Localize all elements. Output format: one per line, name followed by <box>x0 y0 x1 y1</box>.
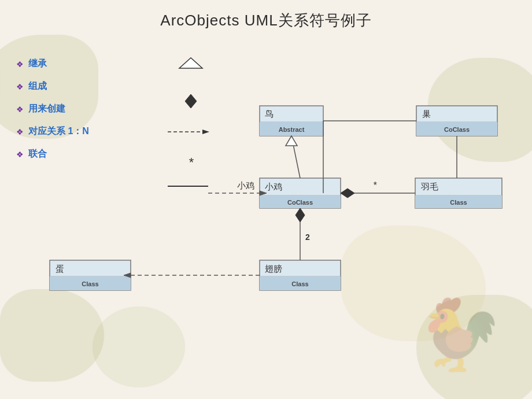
wing-box-stereotype-bg <box>260 276 341 290</box>
nest-box-stereotype: CoClass <box>444 126 470 133</box>
legend-item-inherit: ❖ 继承 <box>16 58 89 70</box>
bird-box-name: 鸟 <box>265 109 274 119</box>
page-title: ArcObjects UML关系符号例子 <box>0 0 532 31</box>
chick-wing-diamond <box>295 208 305 222</box>
inherit-symbol <box>179 58 202 68</box>
legend-item-compose: ❖ 组成 <box>16 80 89 93</box>
chick-box-stereotype: CoClass <box>287 199 313 206</box>
bullet-union: ❖ <box>16 150 24 159</box>
feather-multiplicity: * <box>373 180 377 190</box>
legend-label-creates: 用来创建 <box>28 103 65 115</box>
egg-box-rect <box>50 260 131 290</box>
creates-chick-arrow <box>260 191 267 195</box>
wing-box-rect <box>260 260 341 290</box>
chick-box-stereotype-bg <box>260 195 341 208</box>
wing-box-name: 翅膀 <box>265 264 282 274</box>
bullet-compose: ❖ <box>16 82 24 91</box>
chick-box-rect <box>260 178 341 208</box>
legend-item-relation: ❖ 对应关系 1：N <box>16 125 89 138</box>
nest-box-name: 巢 <box>422 109 431 119</box>
egg-box-stereotype: Class <box>82 280 98 287</box>
compose-symbol <box>185 94 197 108</box>
inherit-connector <box>291 136 300 178</box>
feather-box-name: 羽毛 <box>420 182 438 191</box>
inherit-arrowhead <box>286 136 297 146</box>
feather-box-stereotype-bg <box>415 195 502 208</box>
bullet-creates: ❖ <box>16 105 24 114</box>
legend-label-relation: 对应关系 1：N <box>28 125 89 138</box>
wing-box-stereotype: Class <box>291 280 308 287</box>
legend-label-compose: 组成 <box>28 80 47 93</box>
nest-box-rect <box>416 106 497 136</box>
feather-box-stereotype: Class <box>450 199 467 206</box>
compose-diamond <box>341 189 354 198</box>
chick-label-left: 小鸡 <box>237 180 254 190</box>
legend-label-inherit: 继承 <box>28 58 47 70</box>
star-symbol: * <box>189 155 194 169</box>
wing-egg-arrow <box>124 273 131 278</box>
rooster-decoration: 🐓 <box>416 294 503 376</box>
wing-multiplicity: 2 <box>305 232 310 242</box>
bullet-inherit: ❖ <box>16 60 24 69</box>
egg-box-stereotype-bg <box>50 276 131 290</box>
legend-label-union: 联合 <box>28 148 47 160</box>
bird-box-rect <box>260 106 323 136</box>
chick-box-name: 小鸡 <box>265 182 282 191</box>
bird-box-stereotype-bg <box>260 122 323 136</box>
nest-box-stereotype-bg <box>416 122 497 136</box>
creates-arrow-symbol <box>202 130 209 134</box>
egg-box-name: 蛋 <box>56 264 64 274</box>
bullet-relation: ❖ <box>16 127 24 136</box>
legend: ❖ 继承 ❖ 组成 ❖ 用来创建 ❖ 对应关系 1：N ❖ 联合 <box>16 58 89 171</box>
legend-item-creates: ❖ 用来创建 <box>16 103 89 115</box>
legend-item-union: ❖ 联合 <box>16 148 89 160</box>
bird-box-stereotype: Abstract <box>279 126 305 133</box>
feather-box-rect <box>415 178 502 208</box>
